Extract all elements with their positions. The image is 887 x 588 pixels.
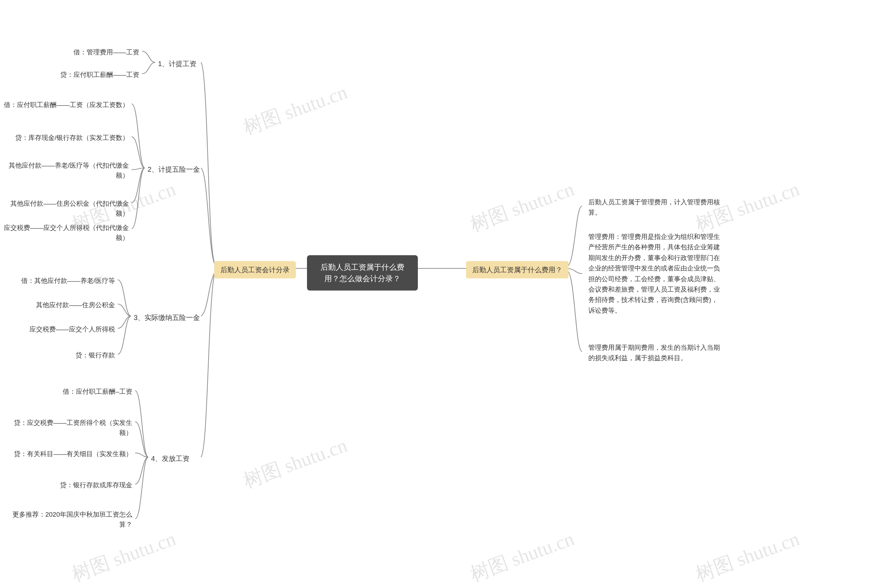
- leaf-g4-1: 贷：应交税费——工资所得个税（实发生额）: [3, 417, 135, 439]
- root-title: 后勤人员工资属于什么费用？怎么做会计分录？: [320, 263, 404, 283]
- leaf-g2-3: 其他应付款——住房公积金（代扣代缴金额）: [0, 197, 132, 220]
- left-group-2[interactable]: 2、计提五险一金: [145, 163, 203, 176]
- left-group-4-label: 4、发放工资: [151, 454, 189, 462]
- watermark: 树图 shutu.cn: [68, 526, 179, 588]
- right-category[interactable]: 后勤人员工资属于什么费用？: [466, 261, 568, 278]
- left-group-2-label: 2、计提五险一金: [147, 165, 200, 173]
- leaf-text: 其他应付款——养老/医疗等（代扣代缴金额）: [9, 162, 129, 179]
- connector-lines: [0, 0, 887, 588]
- left-category[interactable]: 后勤人员工资会计分录: [214, 261, 296, 278]
- leaf-text: 贷：应付职工薪酬——工资: [60, 71, 139, 78]
- leaf-g2-1: 贷：库存现金/银行存款（实发工资数）: [0, 132, 132, 144]
- leaf-text: 其他应付款——住房公积金: [36, 301, 115, 309]
- leaf-text: 贷：有关科目——有关细目（实发生额）: [14, 450, 132, 458]
- leaf-text: 其他应付款——住房公积金（代扣代缴金额）: [11, 200, 129, 217]
- leaf-text: 贷：应交税费——工资所得个税（实发生额）: [14, 419, 132, 436]
- leaf-text: 贷：银行存款: [75, 351, 115, 359]
- leaf-text: 借：应付职工薪酬——工资（应发工资数）: [4, 101, 129, 108]
- leaf-g4-3: 贷：银行存款或库存现金: [3, 479, 135, 492]
- left-category-label: 后勤人员工资会计分录: [220, 266, 290, 274]
- leaf-text: 后勤人员工资属于管理费用，计入管理费用核算。: [588, 198, 720, 216]
- leaf-g3-2: 应交税费——应交个人所得税: [0, 323, 118, 336]
- watermark: 树图 shutu.cn: [239, 79, 351, 141]
- leaf-text: 贷：库存现金/银行存款（实发工资数）: [15, 134, 129, 141]
- leaf-g2-4: 应交税费——应交个人所得税（代扣代缴金额）: [0, 222, 132, 244]
- leaf-text: 更多推荐：2020年国庆中秋加班工资怎么算？: [12, 511, 132, 528]
- left-group-1[interactable]: 1、计提工资: [155, 57, 199, 70]
- watermark: 树图 shutu.cn: [692, 526, 803, 588]
- leaf-text: 应交税费——应交个人所得税（代扣代缴金额）: [4, 224, 129, 242]
- leaf-g1-1: 贷：应付职工薪酬——工资: [11, 69, 142, 81]
- left-group-1-label: 1、计提工资: [158, 60, 197, 68]
- leaf-text: 管理费用属于期间费用，发生的当期计入当期的损失或利益，属于损益类科目。: [588, 344, 720, 362]
- leaf-text: 借：管理费用——工资: [74, 48, 139, 56]
- leaf-text: 借：应付职工薪酬–工资: [63, 388, 132, 395]
- leaf-text: 应交税费——应交个人所得税: [29, 326, 115, 333]
- leaf-g4-0: 借：应付职工薪酬–工资: [3, 386, 135, 398]
- leaf-g3-0: 借：其他应付款——养老/医疗等: [0, 274, 118, 287]
- left-group-4[interactable]: 4、发放工资: [148, 452, 192, 465]
- watermark: 树图 shutu.cn: [466, 176, 577, 238]
- leaf-g3-3: 贷：银行存款: [0, 349, 118, 362]
- left-group-3[interactable]: 3、实际缴纳五险一金: [131, 311, 203, 324]
- leaf-g2-2: 其他应付款——养老/医疗等（代扣代缴金额）: [0, 159, 132, 182]
- root-node[interactable]: 后勤人员工资属于什么费用？怎么做会计分录？: [307, 255, 418, 291]
- right-leaf-1: 管理费用：管理费用是指企业为组织和管理生产经营所产生的各种费用，具体包括企业筹建…: [586, 230, 724, 317]
- right-leaf-0: 后勤人员工资属于管理费用，计入管理费用核算。: [586, 196, 724, 219]
- leaf-text: 贷：银行存款或库存现金: [60, 482, 132, 489]
- leaf-text: 借：其他应付款——养老/医疗等: [21, 277, 115, 284]
- leaf-g4-2: 贷：有关科目——有关细目（实发生额）: [3, 448, 135, 460]
- right-category-label: 后勤人员工资属于什么费用？: [472, 266, 562, 274]
- leaf-text: 管理费用：管理费用是指企业为组织和管理生产经营所产生的各种费用，具体包括企业筹建…: [588, 233, 720, 314]
- leaf-g2-0: 借：应付职工薪酬——工资（应发工资数）: [0, 99, 132, 111]
- watermark: 树图 shutu.cn: [466, 526, 577, 588]
- leaf-g4-4: 更多推荐：2020年国庆中秋加班工资怎么算？: [3, 508, 135, 531]
- leaf-g1-0: 借：管理费用——工资: [11, 46, 142, 59]
- right-leaf-2: 管理费用属于期间费用，发生的当期计入当期的损失或利益，属于损益类科目。: [586, 341, 724, 365]
- leaf-g3-1: 其他应付款——住房公积金: [0, 299, 118, 312]
- watermark: 树图 shutu.cn: [239, 432, 351, 495]
- left-group-3-label: 3、实际缴纳五险一金: [134, 314, 200, 321]
